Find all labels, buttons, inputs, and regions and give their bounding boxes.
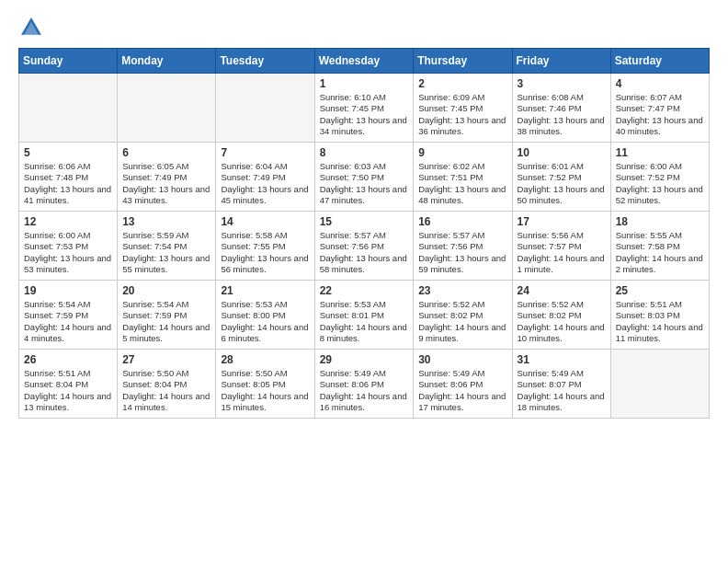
day-info: Sunrise: 5:54 AM Sunset: 7:59 PM Dayligh… xyxy=(122,299,210,344)
day-number: 13 xyxy=(122,215,210,228)
weekday-header-row: SundayMondayTuesdayWednesdayThursdayFrid… xyxy=(19,49,710,74)
calendar-table: SundayMondayTuesdayWednesdayThursdayFrid… xyxy=(18,48,710,419)
day-info: Sunrise: 5:57 AM Sunset: 7:56 PM Dayligh… xyxy=(320,230,409,275)
day-info: Sunrise: 5:59 AM Sunset: 7:54 PM Dayligh… xyxy=(122,230,210,275)
day-info: Sunrise: 5:52 AM Sunset: 8:02 PM Dayligh… xyxy=(418,299,506,344)
day-number: 19 xyxy=(24,284,112,297)
day-info: Sunrise: 6:10 AM Sunset: 7:45 PM Dayligh… xyxy=(320,92,409,137)
calendar-cell: 8Sunrise: 6:03 AM Sunset: 7:50 PM Daylig… xyxy=(314,143,414,212)
day-number: 10 xyxy=(518,146,606,159)
logo-icon xyxy=(18,15,44,40)
day-number: 22 xyxy=(320,284,409,297)
weekday-header: Tuesday xyxy=(216,49,314,74)
calendar-cell xyxy=(610,350,709,419)
day-info: Sunrise: 6:00 AM Sunset: 7:53 PM Dayligh… xyxy=(24,230,112,275)
day-info: Sunrise: 6:06 AM Sunset: 7:48 PM Dayligh… xyxy=(24,161,112,206)
day-info: Sunrise: 6:08 AM Sunset: 7:46 PM Dayligh… xyxy=(518,92,606,137)
day-info: Sunrise: 5:52 AM Sunset: 8:02 PM Dayligh… xyxy=(518,299,606,344)
weekday-header: Wednesday xyxy=(314,49,414,74)
day-info: Sunrise: 5:50 AM Sunset: 8:05 PM Dayligh… xyxy=(221,368,309,413)
day-number: 5 xyxy=(24,146,112,159)
calendar-cell: 14Sunrise: 5:58 AM Sunset: 7:55 PM Dayli… xyxy=(216,212,314,281)
day-number: 9 xyxy=(418,146,506,159)
calendar-cell: 24Sunrise: 5:52 AM Sunset: 8:02 PM Dayli… xyxy=(512,281,610,350)
calendar-cell: 22Sunrise: 5:53 AM Sunset: 8:01 PM Dayli… xyxy=(314,281,414,350)
week-row: 1Sunrise: 6:10 AM Sunset: 7:45 PM Daylig… xyxy=(19,74,710,143)
day-info: Sunrise: 5:49 AM Sunset: 8:06 PM Dayligh… xyxy=(418,368,506,413)
day-number: 11 xyxy=(616,146,704,159)
day-number: 6 xyxy=(122,146,210,159)
calendar-cell: 30Sunrise: 5:49 AM Sunset: 8:06 PM Dayli… xyxy=(414,350,512,419)
day-info: Sunrise: 5:51 AM Sunset: 8:03 PM Dayligh… xyxy=(616,299,704,344)
day-info: Sunrise: 5:50 AM Sunset: 8:04 PM Dayligh… xyxy=(122,368,210,413)
day-info: Sunrise: 6:09 AM Sunset: 7:45 PM Dayligh… xyxy=(418,92,506,137)
day-number: 3 xyxy=(518,77,606,90)
day-number: 15 xyxy=(320,215,409,228)
day-number: 4 xyxy=(616,77,704,90)
weekday-header: Friday xyxy=(512,49,610,74)
calendar-cell: 5Sunrise: 6:06 AM Sunset: 7:48 PM Daylig… xyxy=(19,143,118,212)
weekday-header: Sunday xyxy=(19,49,118,74)
weekday-header: Saturday xyxy=(610,49,709,74)
calendar-cell: 2Sunrise: 6:09 AM Sunset: 7:45 PM Daylig… xyxy=(414,74,512,143)
calendar-cell xyxy=(216,74,314,143)
calendar-cell: 18Sunrise: 5:55 AM Sunset: 7:58 PM Dayli… xyxy=(610,212,709,281)
calendar-cell xyxy=(118,74,216,143)
day-number: 28 xyxy=(221,353,309,366)
calendar-cell: 13Sunrise: 5:59 AM Sunset: 7:54 PM Dayli… xyxy=(118,212,216,281)
calendar-cell: 21Sunrise: 5:53 AM Sunset: 8:00 PM Dayli… xyxy=(216,281,314,350)
week-row: 12Sunrise: 6:00 AM Sunset: 7:53 PM Dayli… xyxy=(19,212,710,281)
weekday-header: Monday xyxy=(118,49,216,74)
day-info: Sunrise: 6:00 AM Sunset: 7:52 PM Dayligh… xyxy=(616,161,704,206)
week-row: 5Sunrise: 6:06 AM Sunset: 7:48 PM Daylig… xyxy=(19,143,710,212)
day-info: Sunrise: 6:01 AM Sunset: 7:52 PM Dayligh… xyxy=(518,161,606,206)
day-number: 29 xyxy=(320,353,409,366)
calendar-cell: 31Sunrise: 5:49 AM Sunset: 8:07 PM Dayli… xyxy=(512,350,610,419)
day-info: Sunrise: 5:49 AM Sunset: 8:07 PM Dayligh… xyxy=(518,368,606,413)
calendar-cell: 17Sunrise: 5:56 AM Sunset: 7:57 PM Dayli… xyxy=(512,212,610,281)
week-row: 19Sunrise: 5:54 AM Sunset: 7:59 PM Dayli… xyxy=(19,281,710,350)
day-number: 8 xyxy=(320,146,409,159)
day-number: 2 xyxy=(418,77,506,90)
day-number: 12 xyxy=(24,215,112,228)
day-number: 1 xyxy=(320,77,409,90)
calendar-cell: 11Sunrise: 6:00 AM Sunset: 7:52 PM Dayli… xyxy=(610,143,709,212)
calendar-cell: 29Sunrise: 5:49 AM Sunset: 8:06 PM Dayli… xyxy=(314,350,414,419)
calendar-cell: 23Sunrise: 5:52 AM Sunset: 8:02 PM Dayli… xyxy=(414,281,512,350)
day-info: Sunrise: 6:07 AM Sunset: 7:47 PM Dayligh… xyxy=(616,92,704,137)
calendar-cell: 26Sunrise: 5:51 AM Sunset: 8:04 PM Dayli… xyxy=(19,350,118,419)
calendar-cell: 20Sunrise: 5:54 AM Sunset: 7:59 PM Dayli… xyxy=(118,281,216,350)
calendar-cell: 15Sunrise: 5:57 AM Sunset: 7:56 PM Dayli… xyxy=(314,212,414,281)
calendar-cell: 3Sunrise: 6:08 AM Sunset: 7:46 PM Daylig… xyxy=(512,74,610,143)
calendar-cell: 10Sunrise: 6:01 AM Sunset: 7:52 PM Dayli… xyxy=(512,143,610,212)
day-number: 7 xyxy=(221,146,309,159)
day-number: 16 xyxy=(418,215,506,228)
calendar-cell: 27Sunrise: 5:50 AM Sunset: 8:04 PM Dayli… xyxy=(118,350,216,419)
day-number: 27 xyxy=(122,353,210,366)
day-info: Sunrise: 5:51 AM Sunset: 8:04 PM Dayligh… xyxy=(24,368,112,413)
day-info: Sunrise: 5:49 AM Sunset: 8:06 PM Dayligh… xyxy=(320,368,409,413)
day-info: Sunrise: 5:53 AM Sunset: 8:00 PM Dayligh… xyxy=(221,299,309,344)
calendar-cell: 4Sunrise: 6:07 AM Sunset: 7:47 PM Daylig… xyxy=(610,74,709,143)
day-number: 24 xyxy=(518,284,606,297)
page-header xyxy=(18,15,710,40)
day-number: 23 xyxy=(418,284,506,297)
calendar-cell: 1Sunrise: 6:10 AM Sunset: 7:45 PM Daylig… xyxy=(314,74,414,143)
calendar-cell: 28Sunrise: 5:50 AM Sunset: 8:05 PM Dayli… xyxy=(216,350,314,419)
day-info: Sunrise: 6:03 AM Sunset: 7:50 PM Dayligh… xyxy=(320,161,409,206)
day-info: Sunrise: 6:04 AM Sunset: 7:49 PM Dayligh… xyxy=(221,161,309,206)
day-info: Sunrise: 5:54 AM Sunset: 7:59 PM Dayligh… xyxy=(24,299,112,344)
day-info: Sunrise: 6:02 AM Sunset: 7:51 PM Dayligh… xyxy=(418,161,506,206)
calendar-cell: 6Sunrise: 6:05 AM Sunset: 7:49 PM Daylig… xyxy=(118,143,216,212)
day-number: 17 xyxy=(518,215,606,228)
day-number: 31 xyxy=(518,353,606,366)
day-number: 14 xyxy=(221,215,309,228)
day-info: Sunrise: 5:57 AM Sunset: 7:56 PM Dayligh… xyxy=(418,230,506,275)
logo xyxy=(18,15,48,40)
calendar-cell: 12Sunrise: 6:00 AM Sunset: 7:53 PM Dayli… xyxy=(19,212,118,281)
calendar-cell xyxy=(19,74,118,143)
day-info: Sunrise: 5:58 AM Sunset: 7:55 PM Dayligh… xyxy=(221,230,309,275)
weekday-header: Thursday xyxy=(414,49,512,74)
day-number: 20 xyxy=(122,284,210,297)
calendar-cell: 7Sunrise: 6:04 AM Sunset: 7:49 PM Daylig… xyxy=(216,143,314,212)
